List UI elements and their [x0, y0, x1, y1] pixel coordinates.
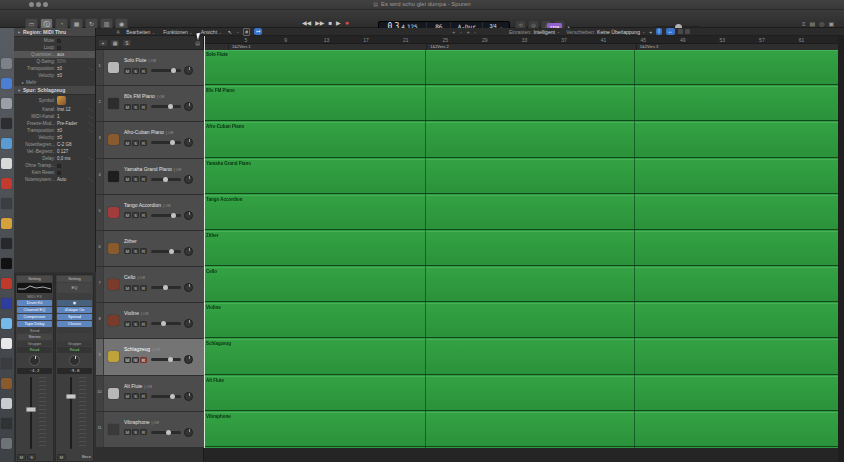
setting-button[interactable]: Setting [17, 276, 52, 282]
dock-icon[interactable] [1, 158, 12, 169]
dock-icon[interactable] [1, 138, 12, 149]
dock-icon[interactable] [1, 178, 12, 189]
menu-bearbeiten[interactable]: Bearbeiten ⌄ [126, 29, 155, 35]
volume-fader[interactable] [57, 375, 92, 451]
record-enable-button[interactable]: R [140, 68, 147, 74]
row-value[interactable]: ±0 [57, 135, 62, 140]
solo-button[interactable]: S [132, 140, 139, 146]
dock-icon[interactable] [1, 258, 12, 269]
record-enable-button[interactable]: R [140, 212, 147, 218]
nudge-left-icon[interactable]: + [452, 29, 455, 35]
midi-region-cello[interactable]: Cello [204, 267, 838, 302]
plugin-slot[interactable]: Tape Delay [17, 321, 52, 327]
autozoom-toggle[interactable] [678, 29, 683, 34]
drag-handle-icon[interactable]: ≙ [116, 29, 120, 35]
track-volume-thumb[interactable] [168, 104, 173, 109]
track-config-icon[interactable]: ▤ [195, 40, 200, 46]
track-inspector-header[interactable]: ▼Spur: Schlagzeug [14, 86, 95, 95]
track-row-solo-flute[interactable]: 1Solo Flute| OffMSR [96, 50, 204, 86]
track-pan-knob[interactable] [184, 428, 193, 437]
track-pan-knob[interactable] [184, 138, 193, 147]
mute-button[interactable]: M [124, 321, 131, 327]
dock-icon[interactable] [1, 378, 12, 389]
plugin-slot[interactable]: iZotope Oz [57, 307, 92, 313]
record-enable-button[interactable]: R [140, 176, 147, 182]
fader-thumb[interactable] [26, 407, 36, 412]
dock-icon[interactable] [1, 418, 12, 429]
volume-value[interactable]: -4.2 [17, 368, 52, 374]
record-enable-button[interactable]: R [140, 285, 147, 291]
region-inspector-header[interactable]: ▼Region: MIDI Thru [14, 28, 95, 37]
output-slot[interactable]: Stereo [17, 334, 52, 340]
record-enable-button[interactable]: R [140, 357, 147, 363]
track-volume-thumb[interactable] [170, 394, 175, 399]
record-enable-button[interactable]: R [140, 321, 147, 327]
pan-knob[interactable] [57, 354, 92, 367]
more-label[interactable]: Mehr [26, 80, 36, 85]
dock-icon[interactable] [1, 298, 12, 309]
record-enable-button[interactable]: R [140, 429, 147, 435]
track-volume-slider[interactable] [151, 105, 181, 108]
record-enable-button[interactable]: R [140, 104, 147, 110]
pan-knob-dial[interactable] [69, 355, 80, 366]
crosshair-icon[interactable]: + [649, 29, 652, 35]
track-volume-thumb[interactable] [168, 357, 173, 362]
track-pan-knob[interactable] [184, 319, 193, 328]
track-volume-slider[interactable] [151, 69, 181, 72]
midi-region-violine[interactable]: Violine [204, 303, 838, 338]
track-volume-slider[interactable] [151, 250, 181, 253]
dock-icon[interactable] [1, 78, 12, 89]
track-volume-slider[interactable] [151, 322, 181, 325]
mute-button[interactable]: M [124, 357, 131, 363]
snap-value[interactable]: Intelligent [533, 29, 554, 35]
track-volume-slider[interactable] [151, 431, 181, 434]
dock-icon[interactable] [1, 278, 12, 289]
track-row-80s-fm-piano[interactable]: 280s FM Piano| OffMSR [96, 86, 204, 122]
solo-all-button[interactable]: S [122, 39, 132, 47]
automation-mode[interactable]: Read [17, 347, 52, 353]
catch-playhead-icon[interactable]: ↦ [254, 28, 262, 35]
midi-region-yamaha-grand-piano[interactable]: Yamaha Grand Piano [204, 159, 838, 194]
mute-button[interactable]: M [124, 104, 131, 110]
row-value[interactable]: 1 [57, 114, 60, 119]
mute-button[interactable]: M [124, 285, 131, 291]
solo-button[interactable]: S [132, 321, 139, 327]
track-pan-knob[interactable] [184, 355, 193, 364]
add-track-button[interactable]: + [98, 39, 108, 47]
track-row-cello[interactable]: 7Cello| OffMSR [96, 267, 204, 303]
plugin-slot[interactable]: Chorus [57, 321, 92, 327]
track-volume-thumb[interactable] [163, 285, 168, 290]
pointer-tool-icon[interactable]: ↖ [228, 29, 232, 35]
record-enable-button[interactable]: R [140, 140, 147, 146]
solo-button[interactable]: S [132, 176, 139, 182]
plugin-slot[interactable]: Channel EQ [17, 307, 52, 313]
track-volume-slider[interactable] [151, 214, 181, 217]
track-symbol-icon[interactable] [57, 96, 66, 105]
plugin-slot[interactable]: Drum Kit [17, 300, 52, 306]
send-label[interactable]: Send [17, 328, 52, 333]
dock-icon[interactable] [1, 438, 12, 449]
track-volume-slider[interactable] [151, 141, 181, 144]
dock-icon[interactable] [1, 98, 12, 109]
midi-region-schlagzeug[interactable]: Schlagzeug [204, 339, 838, 374]
track-row-violine[interactable]: 8Violine| OffMSR [96, 303, 204, 339]
solo-button[interactable]: S [132, 68, 139, 74]
track-pan-knob[interactable] [184, 392, 193, 401]
text-tool-icon[interactable]: I [656, 28, 661, 35]
solo-button[interactable]: S [132, 248, 139, 254]
nudge-right-icon[interactable]: + [467, 29, 470, 35]
solo-button[interactable]: S [132, 212, 139, 218]
track-volume-thumb[interactable] [161, 321, 166, 326]
fader-thumb[interactable] [66, 394, 76, 399]
track-pan-knob[interactable] [184, 247, 193, 256]
mute-button[interactable]: M [124, 68, 131, 74]
record-enable-button[interactable]: R [140, 393, 147, 399]
track-volume-thumb[interactable] [171, 213, 176, 218]
dock-icon[interactable] [1, 358, 12, 369]
pan-knob[interactable] [17, 354, 52, 367]
plugin-slot[interactable]: Spread [57, 314, 92, 320]
row-value[interactable]: Inst 12 [57, 107, 71, 112]
midi-region-alt-flute[interactable]: Alt Flute [204, 376, 838, 411]
lock-icon[interactable] [685, 29, 690, 34]
solo-button[interactable]: S [27, 454, 36, 460]
